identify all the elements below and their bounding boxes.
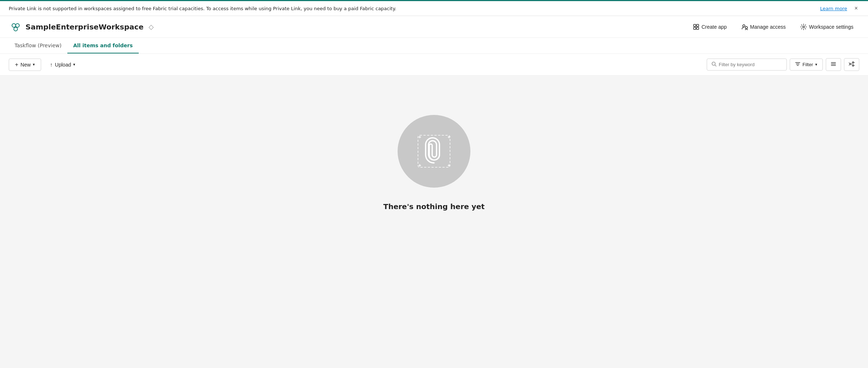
filter-button[interactable]: Filter ▾ <box>790 59 823 71</box>
empty-state-title: There's nothing here yet <box>383 202 485 211</box>
banner-close-button[interactable]: × <box>853 4 859 13</box>
create-app-icon <box>693 24 699 30</box>
sparkle-top-left-icon: ✦ <box>418 134 422 140</box>
view-options-icon <box>849 61 855 68</box>
svg-point-0 <box>12 24 16 27</box>
svg-point-8 <box>745 27 747 29</box>
paperclip-icon <box>424 137 444 166</box>
tab-all-items[interactable]: All items and folders <box>67 38 139 53</box>
svg-point-9 <box>803 26 805 28</box>
main-content-area: ✦ ✦ ✦ ✦ There's nothing here yet <box>0 76 868 250</box>
tab-bar: Taskflow (Preview) All items and folders <box>0 38 868 54</box>
svg-point-1 <box>16 24 19 27</box>
toolbar-left-actions: + New ▾ ↑ Upload ▾ <box>9 59 81 71</box>
empty-state-illustration: ✦ ✦ ✦ ✦ <box>398 115 470 188</box>
svg-point-12 <box>852 62 854 63</box>
filter-label: Filter <box>802 62 813 67</box>
upload-label: Upload <box>55 62 71 68</box>
keyword-filter-input[interactable] <box>719 62 782 67</box>
manage-access-icon <box>741 24 748 30</box>
sparkle-bottom-right-icon: ✦ <box>447 163 451 168</box>
new-chevron-icon: ▾ <box>33 62 35 67</box>
workspace-icon <box>9 20 22 33</box>
page-header: SampleEnterpriseWorkspace ◇ Create app <box>0 16 868 38</box>
plus-icon: + <box>15 61 18 68</box>
list-view-icon <box>830 61 836 68</box>
create-app-label: Create app <box>702 24 727 30</box>
svg-rect-4 <box>697 24 699 27</box>
diamond-badge-icon: ◇ <box>149 23 154 31</box>
sparkle-bottom-left-icon: ✦ <box>418 163 422 168</box>
new-label: New <box>20 62 31 68</box>
svg-point-11 <box>849 63 851 65</box>
header-actions: Create app Manage access Workspace set <box>687 21 859 32</box>
sparkle-top-right-icon: ✦ <box>447 134 451 140</box>
learn-more-link[interactable]: Learn more <box>820 6 847 11</box>
svg-rect-3 <box>694 24 696 27</box>
search-icon <box>711 61 717 68</box>
svg-point-7 <box>743 25 745 27</box>
filter-icon <box>795 61 800 68</box>
tab-taskflow[interactable]: Taskflow (Preview) <box>9 38 67 53</box>
illustration-inner: ✦ ✦ ✦ ✦ <box>414 131 454 171</box>
upload-chevron-icon: ▾ <box>73 62 75 67</box>
svg-point-2 <box>14 27 17 31</box>
svg-rect-6 <box>697 27 699 29</box>
view-options-button[interactable] <box>844 58 859 71</box>
svg-rect-5 <box>694 27 696 29</box>
toolbar-right-actions: Filter ▾ <box>707 58 859 71</box>
banner-message: Private Link is not supported in workspa… <box>9 6 820 11</box>
new-button[interactable]: + New ▾ <box>9 59 41 71</box>
list-view-button[interactable] <box>826 58 841 71</box>
workspace-settings-label: Workspace settings <box>809 24 853 30</box>
filter-chevron-icon: ▾ <box>815 62 817 67</box>
upload-icon: ↑ <box>50 61 53 68</box>
header-title-area: SampleEnterpriseWorkspace ◇ <box>9 20 154 33</box>
workspace-settings-button[interactable]: Workspace settings <box>794 21 859 32</box>
notification-banner: Private Link is not supported in workspa… <box>0 0 868 16</box>
workspace-settings-icon <box>800 24 807 30</box>
svg-point-13 <box>852 65 854 66</box>
create-app-button[interactable]: Create app <box>687 21 733 32</box>
manage-access-label: Manage access <box>750 24 786 30</box>
keyword-filter-input-wrap[interactable] <box>707 59 787 71</box>
content-toolbar: + New ▾ ↑ Upload ▾ Filte <box>0 54 868 76</box>
upload-button[interactable]: ↑ Upload ▾ <box>44 59 81 70</box>
workspace-name: SampleEnterpriseWorkspace <box>25 23 143 31</box>
manage-access-button[interactable]: Manage access <box>735 21 792 32</box>
